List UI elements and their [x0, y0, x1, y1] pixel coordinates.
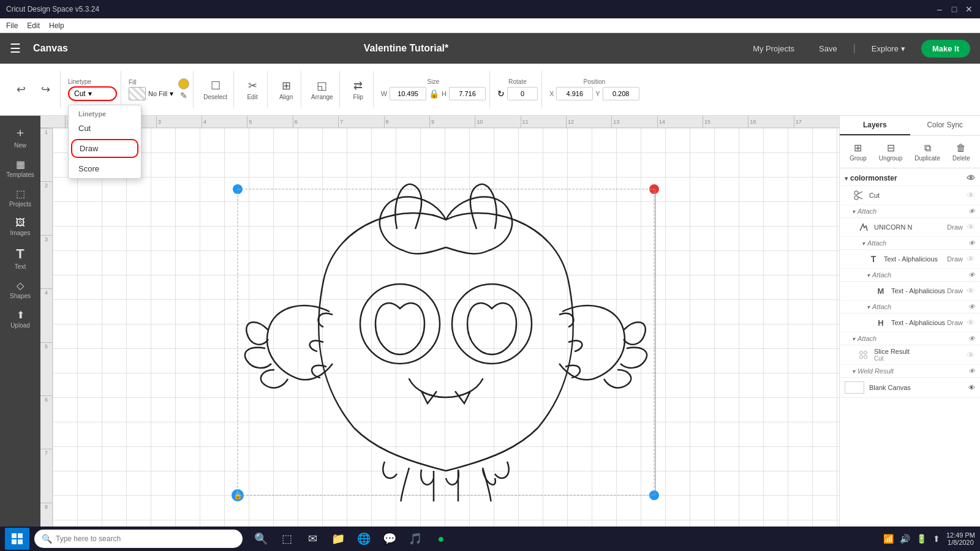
- layer-group-colormonster[interactable]: ▾ colormonster 👁: [840, 171, 980, 186]
- close-button[interactable]: ✕: [964, 4, 974, 14]
- edit-button[interactable]: ✂ Edit: [241, 77, 263, 103]
- visibility-icon-ta2[interactable]: 👁: [967, 286, 975, 296]
- menu-help[interactable]: Help: [49, 21, 64, 30]
- width-input[interactable]: [390, 87, 426, 100]
- linetype-group: Linetype Cut ▾ Linetype Cut Draw Score: [64, 71, 121, 108]
- tab-color-sync[interactable]: Color Sync: [910, 116, 981, 135]
- pen-color-swatch[interactable]: [178, 78, 189, 89]
- visibility-icon-cut[interactable]: 👁: [967, 190, 975, 200]
- menu-file[interactable]: File: [6, 21, 18, 30]
- maximize-button[interactable]: □: [949, 4, 959, 14]
- edit-label: Edit: [247, 94, 257, 100]
- minimize-button[interactable]: –: [935, 4, 944, 14]
- sidebar-item-new[interactable]: ＋ New: [2, 121, 38, 152]
- linetype-option-draw[interactable]: Draw: [71, 139, 138, 158]
- visibility-icon-weld2[interactable]: 👁: [968, 367, 975, 375]
- linetype-option-score[interactable]: Score: [69, 159, 141, 178]
- sidebar-item-templates[interactable]: ▦ Templates: [2, 155, 38, 182]
- visibility-icon-blank[interactable]: 👁: [968, 384, 975, 391]
- svg-rect-16: [12, 539, 17, 544]
- visibility-icon-ta1[interactable]: 👁: [967, 254, 975, 264]
- sidebar-item-shapes[interactable]: ◇ Shapes: [2, 276, 38, 303]
- visibility-icon-attach[interactable]: 👁: [968, 208, 975, 215]
- images-label: Images: [10, 230, 31, 236]
- visibility-icon-weld[interactable]: 👁: [968, 335, 975, 342]
- x-input[interactable]: [556, 87, 593, 100]
- weld-result-header[interactable]: ▾ Weld Result 👁: [840, 365, 980, 378]
- attach-group-4[interactable]: ▾ Attach 👁: [840, 301, 980, 313]
- taskbar-taskview-button[interactable]: ⬚: [276, 528, 298, 550]
- volume-icon[interactable]: 🔊: [900, 534, 910, 544]
- templates-icon: ▦: [16, 159, 25, 170]
- layer-item-unicorn[interactable]: UNICORN N Draw 👁: [840, 218, 980, 237]
- tray-icon[interactable]: ⬆: [933, 534, 940, 544]
- layer-item-slice[interactable]: Slice Result Cut 👁: [840, 345, 980, 365]
- taskbar-green-icon[interactable]: ●: [430, 528, 452, 550]
- group-button[interactable]: ⊞ Group: [847, 140, 869, 164]
- flip-button[interactable]: ⇄ Flip: [347, 77, 369, 103]
- undo-button[interactable]: ↩: [10, 80, 32, 99]
- visibility-icon-unicorn[interactable]: 👁: [967, 222, 975, 232]
- taskbar-music-button[interactable]: 🎵: [404, 528, 426, 550]
- visibility-icon-attach4[interactable]: 👁: [968, 303, 975, 310]
- taskbar-mail-button[interactable]: ✉: [301, 528, 323, 550]
- taskbar-folder-button[interactable]: 📁: [327, 528, 349, 550]
- layer-item-text-alpha-3[interactable]: H Text - Alphalicious Draw 👁: [840, 313, 980, 332]
- taskbar-chat-button[interactable]: 💬: [379, 528, 401, 550]
- start-button[interactable]: [5, 528, 29, 550]
- arrange-button[interactable]: ◱ Arrange: [309, 77, 336, 103]
- height-input[interactable]: [449, 87, 486, 100]
- attach-group-2[interactable]: ▾ Attach 👁: [840, 237, 980, 250]
- ungroup-button[interactable]: ⊟ Ungroup: [876, 140, 905, 164]
- visibility-icon[interactable]: 👁: [967, 173, 975, 183]
- search-input[interactable]: [56, 534, 235, 543]
- text-alpha-action-1: Draw: [947, 255, 963, 263]
- visibility-icon-slice[interactable]: 👁: [967, 350, 975, 360]
- taskbar-browser-button[interactable]: 🌐: [353, 528, 375, 550]
- menu-edit[interactable]: Edit: [27, 21, 40, 30]
- attach-group-1[interactable]: ▾ Attach 👁: [840, 205, 980, 218]
- sidebar-item-upload[interactable]: ⬆ Upload: [2, 305, 38, 332]
- linetype-button[interactable]: Cut ▾: [68, 86, 117, 101]
- linetype-dropdown-wrap: Cut ▾ Linetype Cut Draw Score: [68, 86, 117, 101]
- battery-icon[interactable]: 🔋: [916, 534, 927, 544]
- deselect-button[interactable]: ☐ Deselect: [201, 77, 230, 103]
- monster-illustration[interactable]: 🔒 7.716: [232, 183, 660, 501]
- layer-item-text-alpha-1[interactable]: T Text - Alphalicious Draw 👁: [840, 250, 980, 269]
- canvas-grid[interactable]: 🔒 7.716: [53, 128, 839, 551]
- blank-canvas-item[interactable]: Blank Canvas 👁: [840, 378, 980, 398]
- duplicate-button[interactable]: ⧉ Duplicate: [912, 140, 943, 164]
- rotate-input[interactable]: [507, 87, 538, 100]
- align-label: Align: [279, 94, 293, 100]
- redo-button[interactable]: ↪: [34, 80, 56, 99]
- layer-item-text-alpha-2[interactable]: M Text - Alphalicious Draw 👁: [840, 282, 980, 301]
- flip-group: ⇄ Flip: [344, 71, 374, 108]
- y-input[interactable]: [603, 87, 639, 100]
- delete-button[interactable]: 🗑 Delete: [950, 140, 973, 164]
- taskbar-search-button[interactable]: 🔍: [250, 528, 272, 550]
- lock-size-icon[interactable]: 🔒: [429, 89, 439, 99]
- taskbar-search-box[interactable]: 🔍: [34, 530, 243, 548]
- sidebar-item-projects[interactable]: ⬚ Projects: [2, 184, 38, 211]
- visibility-icon-ta3[interactable]: 👁: [967, 318, 975, 328]
- attach-group-weld[interactable]: ▾ Attach 👁: [840, 332, 980, 345]
- sidebar-item-text[interactable]: T Text: [2, 242, 38, 274]
- sidebar-item-images[interactable]: 🖼 Images: [2, 214, 38, 240]
- attach-group-3[interactable]: ▾ Attach 👁: [840, 269, 980, 282]
- linetype-option-cut[interactable]: Cut: [69, 119, 141, 138]
- visibility-icon-attach2[interactable]: 👁: [968, 239, 975, 247]
- save-button[interactable]: Save: [810, 40, 846, 57]
- network-icon[interactable]: 📶: [883, 534, 894, 544]
- make-it-button[interactable]: Make It: [921, 40, 970, 58]
- fill-swatch[interactable]: [129, 87, 146, 100]
- hamburger-menu[interactable]: ☰: [10, 41, 21, 56]
- h-label: H: [442, 90, 447, 97]
- layer-item-cut[interactable]: Cut 👁: [840, 186, 980, 205]
- taskbar-time[interactable]: 12:49 PM 1/8/2020: [946, 531, 975, 546]
- explore-button[interactable]: Explore ▾: [863, 40, 914, 57]
- align-button[interactable]: ⊞ Align: [275, 77, 297, 103]
- my-projects-button[interactable]: My Projects: [744, 40, 803, 57]
- tab-layers[interactable]: Layers: [840, 116, 910, 135]
- shapes-icon: ◇: [17, 280, 24, 291]
- visibility-icon-attach3[interactable]: 👁: [968, 271, 975, 279]
